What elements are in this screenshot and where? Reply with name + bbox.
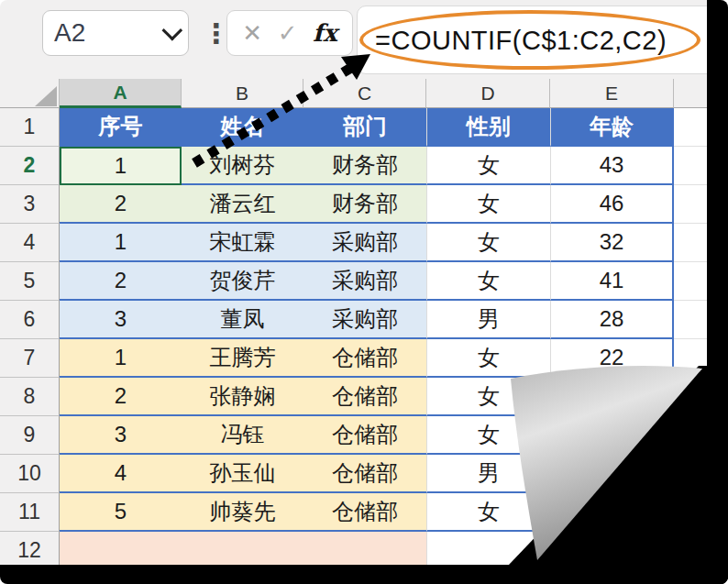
row-number[interactable]: 2: [0, 147, 60, 185]
cell-dept[interactable]: 仓储部: [303, 378, 426, 416]
header-cell-seq[interactable]: 序号: [60, 108, 182, 147]
cell-age[interactable]: 43: [550, 147, 674, 185]
cell-age[interactable]: [550, 416, 674, 455]
cell-seq[interactable]: 4: [60, 455, 182, 493]
cell-name[interactable]: 王腾芳: [182, 339, 303, 378]
cell-seq[interactable]: 1: [60, 224, 182, 262]
cell-gender[interactable]: 女: [426, 378, 550, 416]
cancel-icon[interactable]: ✕: [242, 19, 262, 48]
cell-age[interactable]: 32: [550, 224, 674, 262]
table-body: 2 1 刘树芬 财务部 女 43 3 2 潘云红 财务部 女 46 4 1 宋虹…: [0, 147, 728, 570]
column-header-e[interactable]: E: [550, 79, 674, 108]
name-box[interactable]: A2: [42, 10, 189, 56]
cell-gender[interactable]: 女: [426, 185, 550, 224]
cell-dept[interactable]: [303, 532, 426, 570]
cell-dept[interactable]: 仓储部: [303, 416, 426, 455]
row-number[interactable]: 8: [0, 378, 60, 416]
row-number[interactable]: 1: [0, 108, 60, 147]
cell-seq[interactable]: 5: [60, 493, 182, 532]
cell-age[interactable]: [550, 532, 674, 570]
cell-gender[interactable]: 女: [426, 416, 550, 455]
cell-name[interactable]: 冯钰: [182, 416, 303, 455]
cell-empty[interactable]: [674, 339, 728, 378]
row-number[interactable]: 10: [0, 455, 60, 493]
cell-dept[interactable]: 采购部: [303, 262, 426, 301]
cell-name[interactable]: 刘树芬: [182, 147, 303, 185]
row-number[interactable]: 9: [0, 416, 60, 455]
cell-empty[interactable]: [674, 262, 728, 301]
cell-empty[interactable]: [674, 301, 728, 339]
cell-name[interactable]: 贺俊芹: [182, 262, 303, 301]
cell-empty[interactable]: [674, 224, 728, 262]
table-row: 7 1 王腾芳 仓储部 女 22: [0, 339, 728, 378]
cell-empty[interactable]: [674, 416, 728, 455]
row-number[interactable]: 6: [0, 301, 60, 339]
cell-seq[interactable]: [60, 532, 182, 570]
cell-name[interactable]: 潘云红: [182, 185, 303, 224]
cell-dept[interactable]: 财务部: [303, 147, 426, 185]
cell-seq[interactable]: 3: [60, 416, 182, 455]
row-number[interactable]: 4: [0, 224, 60, 262]
select-all-triangle-icon: [35, 86, 57, 106]
header-cell-name[interactable]: 姓名: [182, 108, 303, 147]
cell-seq[interactable]: 2: [60, 262, 182, 301]
header-cell-gender[interactable]: 性别: [426, 108, 550, 147]
cell-empty[interactable]: [674, 378, 728, 416]
cell-age[interactable]: [550, 455, 674, 493]
row-number[interactable]: 11: [0, 493, 60, 532]
column-header-d[interactable]: D: [426, 79, 550, 108]
chevron-down-icon[interactable]: [162, 20, 183, 41]
cell-name[interactable]: 帅葵先: [182, 493, 303, 532]
cell-dept[interactable]: 仓储部: [303, 455, 426, 493]
row-number[interactable]: 7: [0, 339, 60, 378]
cell-gender[interactable]: 女: [426, 224, 550, 262]
cell-gender[interactable]: 男: [426, 301, 550, 339]
cell-age[interactable]: [550, 378, 674, 416]
cell-dept[interactable]: 采购部: [303, 224, 426, 262]
cell-dept[interactable]: 财务部: [303, 185, 426, 224]
row-number[interactable]: 12: [0, 532, 60, 570]
enter-icon[interactable]: ✓: [278, 19, 298, 48]
cell-empty[interactable]: [674, 108, 728, 147]
cell-seq[interactable]: 3: [60, 301, 182, 339]
cell-seq[interactable]: 1: [60, 339, 182, 378]
cell-name[interactable]: 董凤: [182, 301, 303, 339]
cell-age[interactable]: [550, 493, 674, 532]
column-header-b[interactable]: B: [182, 79, 303, 108]
cell-age[interactable]: 28: [550, 301, 674, 339]
cell-seq[interactable]: 2: [60, 378, 182, 416]
cell-name[interactable]: 孙玉仙: [182, 455, 303, 493]
cell-seq[interactable]: 1: [60, 147, 182, 185]
cell-name[interactable]: [182, 532, 303, 570]
cell-dept[interactable]: 采购部: [303, 301, 426, 339]
table-row: 3 2 潘云红 财务部 女 46: [0, 185, 728, 224]
cell-dept[interactable]: 仓储部: [303, 493, 426, 532]
cell-empty[interactable]: [674, 532, 728, 570]
cell-gender[interactable]: [426, 532, 550, 570]
cell-empty[interactable]: [674, 455, 728, 493]
select-all-corner[interactable]: [0, 79, 60, 108]
cell-gender[interactable]: 女: [426, 147, 550, 185]
cell-empty[interactable]: [674, 147, 728, 185]
cell-gender[interactable]: 女: [426, 339, 550, 378]
cell-gender[interactable]: 女: [426, 493, 550, 532]
row-number[interactable]: 5: [0, 262, 60, 301]
cell-seq[interactable]: 2: [60, 185, 182, 224]
header-cell-dept[interactable]: 部门: [303, 108, 426, 147]
column-header-c[interactable]: C: [303, 79, 426, 108]
insert-function-icon[interactable]: fx: [313, 19, 337, 47]
cell-name[interactable]: 宋虹霖: [182, 224, 303, 262]
cell-dept[interactable]: 仓储部: [303, 339, 426, 378]
cell-empty[interactable]: [674, 185, 728, 224]
cell-empty[interactable]: [674, 493, 728, 532]
cell-name[interactable]: 张静娴: [182, 378, 303, 416]
cell-age[interactable]: 46: [550, 185, 674, 224]
column-header-a[interactable]: A: [60, 79, 182, 108]
column-header-f-partial[interactable]: [674, 79, 728, 108]
cell-gender[interactable]: 女: [426, 262, 550, 301]
header-cell-age[interactable]: 年龄: [550, 108, 674, 147]
cell-age[interactable]: 41: [550, 262, 674, 301]
row-number[interactable]: 3: [0, 185, 60, 224]
cell-age[interactable]: 22: [550, 339, 674, 378]
cell-gender[interactable]: 男: [426, 455, 550, 493]
